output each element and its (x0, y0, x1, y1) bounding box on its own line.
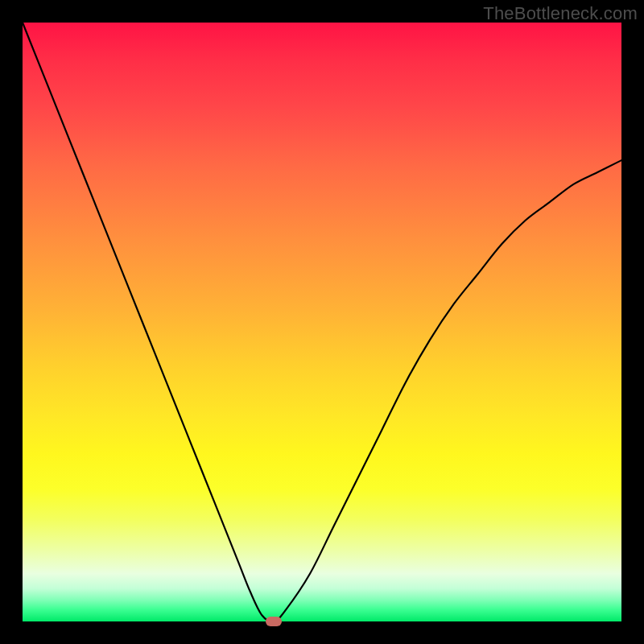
watermark-text: TheBottleneck.com (483, 3, 638, 24)
optimal-point-marker (266, 617, 282, 626)
bottleneck-curve (23, 23, 621, 621)
chart-frame: TheBottleneck.com (0, 0, 644, 644)
plot-area (23, 23, 621, 621)
curve-layer (23, 23, 621, 621)
